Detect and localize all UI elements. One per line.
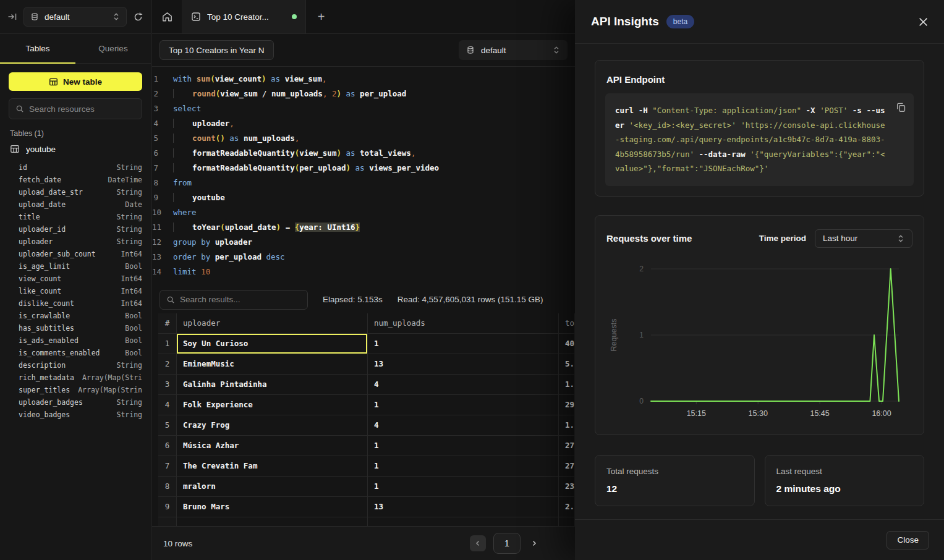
table-cell[interactable]: 407: [559, 334, 575, 354]
table-cell[interactable]: 1: [368, 436, 559, 456]
table-cell[interactable]: 1: [368, 456, 559, 476]
query-database-selector[interactable]: default: [459, 40, 568, 60]
new-table-button[interactable]: New table: [9, 72, 142, 91]
table-cell[interactable]: Música Azhar: [177, 436, 368, 456]
column-type: Bool: [125, 334, 142, 347]
column-header[interactable]: uploader: [177, 313, 368, 333]
previous-page-button[interactable]: [470, 535, 486, 551]
line-number: 14: [152, 265, 173, 279]
column-name: dislike_count: [19, 297, 74, 310]
code-line[interactable]: 1with sum(view_count) as view_sum,: [152, 72, 575, 87]
collapse-sidebar-icon[interactable]: [7, 12, 17, 22]
code-line[interactable]: 4 uploader,: [152, 116, 575, 131]
table-row: 4Folk Experience1294: [158, 395, 575, 415]
code-line[interactable]: 12group by uploader: [152, 235, 575, 250]
column-row: upload_dateDate: [19, 198, 142, 211]
column-header[interactable]: tot: [559, 313, 575, 333]
sidebar-tab-queries[interactable]: Queries: [75, 34, 151, 63]
code-line[interactable]: 5 count() as num_uploads,: [152, 131, 575, 146]
sidebar-item-youtube-table[interactable]: youtube: [0, 140, 151, 159]
table-cell[interactable]: Crazy Frog: [177, 415, 368, 435]
time-period-select[interactable]: Last hour: [815, 229, 912, 248]
table-cell[interactable]: 1: [368, 477, 559, 496]
code-line[interactable]: 3select: [152, 101, 575, 116]
sql-console-icon: [191, 12, 201, 22]
close-icon[interactable]: [919, 17, 928, 27]
table-cell[interactable]: 1: [368, 334, 559, 354]
table-cell[interactable]: Galinha Pintadinha: [177, 375, 368, 394]
query-title[interactable]: Top 10 Creators in Year N: [159, 40, 274, 60]
svg-text:16:00: 16:00: [872, 409, 891, 418]
code-line[interactable]: 13order by per_upload desc: [152, 250, 575, 265]
code-line[interactable]: 2 round(view_sum / num_uploads, 2) as pe…: [152, 87, 575, 101]
curl-command[interactable]: curl -H "Content-Type: application/json"…: [605, 93, 914, 186]
column-header[interactable]: num_uploads: [368, 313, 559, 333]
line-number: 13: [152, 250, 173, 265]
new-tab-button[interactable]: +: [306, 0, 336, 33]
column-type: Array(Map(Strin: [78, 384, 142, 396]
row-number-cell[interactable]: 8: [158, 477, 177, 496]
code-line[interactable]: 11 toYear(upload_date) = {year: UInt16}: [152, 220, 575, 235]
stats-row: Total requests 12 Last request 2 minutes…: [595, 455, 924, 506]
search-results-input[interactable]: [180, 295, 301, 304]
refresh-icon[interactable]: [133, 12, 143, 22]
code-content: with sum(view_count) as view_sum,: [173, 72, 326, 87]
code-line[interactable]: 14limit 10: [152, 265, 575, 279]
row-number-cell[interactable]: 6: [158, 436, 177, 456]
column-row: idString: [19, 161, 142, 174]
tab-top-10-creators[interactable]: Top 10 Creator...: [182, 0, 306, 33]
table-cell[interactable]: Folk Experience: [177, 395, 368, 415]
table-row: 3Galinha Pintadinha41.4: [158, 375, 575, 395]
chevron-left-icon: [475, 540, 481, 546]
sidebar-tab-tables[interactable]: Tables: [0, 34, 75, 63]
current-page-indicator[interactable]: 1: [493, 533, 521, 554]
column-header[interactable]: #: [158, 313, 177, 333]
main-area: Top 10 Creator... + Top 10 Creators in Y…: [152, 0, 575, 560]
database-selector[interactable]: default: [23, 7, 127, 27]
table-grid-icon: [49, 77, 58, 87]
table-cell[interactable]: 237: [559, 477, 575, 496]
sql-editor[interactable]: 1with sum(view_count) as view_sum,2 roun…: [152, 67, 575, 286]
row-number-cell[interactable]: 1: [158, 334, 177, 354]
code-line[interactable]: 8from: [152, 176, 575, 190]
table-cell[interactable]: 13: [368, 497, 559, 517]
column-type: String: [116, 396, 142, 409]
table-cell[interactable]: 294: [559, 395, 575, 415]
row-number-cell[interactable]: 9: [158, 497, 177, 517]
close-button[interactable]: Close: [887, 531, 929, 549]
table-cell[interactable]: 2.8: [559, 497, 575, 517]
table-cell[interactable]: 5.1: [559, 354, 575, 374]
next-page-button[interactable]: [528, 535, 540, 551]
table-cell[interactable]: 274: [559, 436, 575, 456]
row-number-cell[interactable]: 5: [158, 415, 177, 435]
beta-badge: beta: [666, 15, 694, 28]
table-cell[interactable]: mralorn: [177, 477, 368, 496]
table-cell[interactable]: 1: [368, 395, 559, 415]
table-row-partial: [158, 517, 575, 526]
table-cell[interactable]: Bruno Mars: [177, 497, 368, 517]
home-tab-button[interactable]: [152, 0, 182, 33]
code-line[interactable]: 10where: [152, 205, 575, 220]
code-line[interactable]: 7 formatReadableQuantity(per_upload) as …: [152, 161, 575, 176]
code-line[interactable]: 6 formatReadableQuantity(view_sum) as to…: [152, 146, 575, 161]
column-name: view_count: [19, 273, 61, 285]
column-type: Int64: [121, 273, 142, 285]
table-row: 7The Crevatin Fam1271: [158, 456, 575, 477]
table-cell[interactable]: 1.4: [559, 375, 575, 394]
table-cell[interactable]: 13: [368, 354, 559, 374]
table-cell[interactable]: 1.1: [559, 415, 575, 435]
search-resources-input[interactable]: [29, 104, 138, 114]
table-cell[interactable]: The Crevatin Fam: [177, 456, 368, 476]
table-cell[interactable]: EminemMusic: [177, 354, 368, 374]
table-cell[interactable]: 271: [559, 456, 575, 476]
sidebar-header: default: [0, 0, 151, 34]
row-number-cell[interactable]: 7: [158, 456, 177, 476]
table-cell[interactable]: 4: [368, 375, 559, 394]
row-number-cell[interactable]: 4: [158, 395, 177, 415]
table-cell[interactable]: Soy Un Curioso: [177, 334, 368, 354]
row-number-cell[interactable]: 2: [158, 354, 177, 374]
copy-icon[interactable]: [896, 102, 906, 112]
row-number-cell[interactable]: 3: [158, 375, 177, 394]
code-line[interactable]: 9 youtube: [152, 190, 575, 205]
table-cell[interactable]: 4: [368, 415, 559, 435]
